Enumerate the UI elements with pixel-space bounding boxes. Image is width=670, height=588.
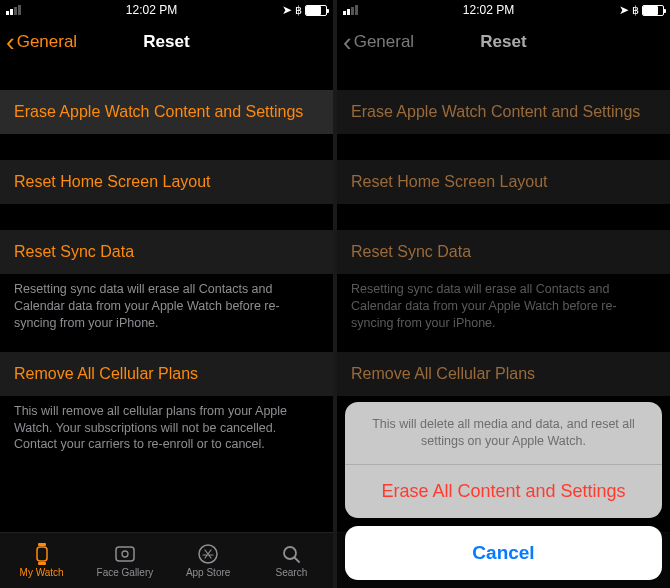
search-icon (278, 543, 304, 565)
status-bar: 12:02 PM ➤ ฿ (337, 0, 670, 20)
cancel-button[interactable]: Cancel (345, 526, 662, 580)
screenshot-right: 12:02 PM ➤ ฿ ‹ General Reset Erase Apple… (337, 0, 670, 588)
watch-icon (29, 543, 55, 565)
page-title: Reset (480, 32, 526, 52)
tab-bar: My Watch Face Gallery App Store Search (0, 532, 333, 588)
back-label: General (354, 32, 414, 52)
tab-label: My Watch (20, 567, 64, 578)
location-icon: ➤ (619, 3, 629, 17)
reset-home-layout-cell: Reset Home Screen Layout (337, 160, 670, 204)
status-time: 12:02 PM (126, 3, 177, 17)
tab-my-watch[interactable]: My Watch (0, 533, 83, 588)
face-gallery-icon (112, 543, 138, 565)
status-time: 12:02 PM (463, 3, 514, 17)
remove-cellular-cell: Remove All Cellular Plans (337, 352, 670, 396)
action-sheet: This will delete all media and data, and… (337, 394, 670, 588)
bluetooth-icon: ฿ (295, 4, 302, 17)
sync-data-footer: Resetting sync data will erase all Conta… (0, 274, 333, 332)
cellular-footer: This will remove all cellular plans from… (0, 396, 333, 454)
screenshot-left: 12:02 PM ➤ ฿ ‹ General Reset Erase Apple… (0, 0, 333, 588)
nav-bar: ‹ General Reset (0, 20, 333, 64)
erase-watch-cell: Erase Apple Watch Content and Settings (337, 90, 670, 134)
battery-icon (305, 5, 327, 16)
nav-bar: ‹ General Reset (337, 20, 670, 64)
status-bar: 12:02 PM ➤ ฿ (0, 0, 333, 20)
svg-rect-2 (38, 562, 46, 565)
svg-rect-3 (116, 547, 134, 561)
reset-home-layout-cell[interactable]: Reset Home Screen Layout (0, 160, 333, 204)
tab-label: Search (276, 567, 308, 578)
reset-sync-data-cell: Reset Sync Data (337, 230, 670, 274)
tab-search[interactable]: Search (250, 533, 333, 588)
battery-icon (642, 5, 664, 16)
page-title: Reset (143, 32, 189, 52)
sync-data-footer: Resetting sync data will erase all Conta… (337, 274, 670, 332)
action-sheet-message: This will delete all media and data, and… (345, 402, 662, 464)
tab-app-store[interactable]: App Store (167, 533, 250, 588)
back-button[interactable]: ‹ General (6, 29, 77, 55)
tab-label: App Store (186, 567, 230, 578)
app-store-icon (195, 543, 221, 565)
signal-icon (6, 5, 21, 15)
svg-rect-0 (37, 547, 47, 561)
svg-point-4 (122, 551, 128, 557)
bluetooth-icon: ฿ (632, 4, 639, 17)
svg-rect-1 (38, 543, 46, 546)
chevron-left-icon: ‹ (6, 29, 15, 55)
chevron-left-icon: ‹ (343, 29, 352, 55)
erase-all-button[interactable]: Erase All Content and Settings (345, 465, 662, 518)
tab-face-gallery[interactable]: Face Gallery (83, 533, 166, 588)
reset-sync-data-cell[interactable]: Reset Sync Data (0, 230, 333, 274)
action-sheet-group: This will delete all media and data, and… (345, 402, 662, 518)
tab-label: Face Gallery (97, 567, 154, 578)
location-icon: ➤ (282, 3, 292, 17)
back-button: ‹ General (343, 29, 414, 55)
remove-cellular-cell[interactable]: Remove All Cellular Plans (0, 352, 333, 396)
svg-line-7 (295, 558, 300, 563)
signal-icon (343, 5, 358, 15)
content: Erase Apple Watch Content and Settings R… (0, 64, 333, 532)
erase-watch-cell[interactable]: Erase Apple Watch Content and Settings (0, 90, 333, 134)
back-label: General (17, 32, 77, 52)
